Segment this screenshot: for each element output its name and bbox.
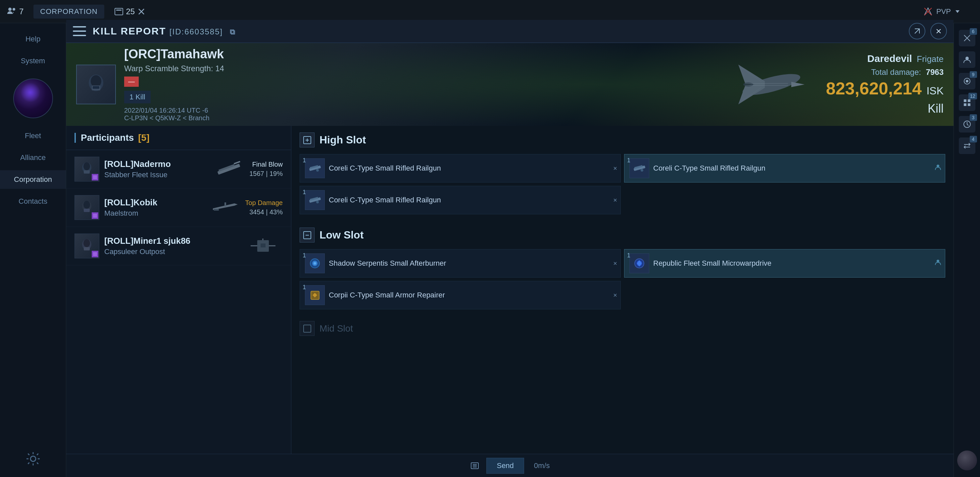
kill-location: C-LP3N < Q5KW-Z < Branch	[124, 114, 224, 122]
slot-item-icon	[305, 285, 325, 305]
sidebar-item-system[interactable]: System	[0, 52, 66, 70]
menu-bottom-icon[interactable]	[470, 461, 480, 471]
svg-rect-11	[968, 103, 970, 106]
modal-title: KILL REPORT [ID:6603585] ⧉	[93, 26, 236, 37]
slot-item-name: Republic Fleet Small Microwarpdrive	[653, 259, 772, 268]
modal-id: [ID:6603585]	[170, 27, 223, 36]
afterburner-icon	[307, 256, 323, 271]
kill-date: 2022/01/04 16:26:14 UTC -6	[124, 107, 224, 114]
svg-rect-16	[93, 86, 99, 89]
right-icon-arrows[interactable]: 4	[959, 137, 975, 154]
right-icon-sphere[interactable]	[957, 450, 977, 471]
copy-icon[interactable]: ⧉	[230, 28, 236, 36]
remove-button[interactable]: ×	[613, 292, 617, 299]
svg-point-7	[966, 80, 968, 82]
settings-icon[interactable]	[25, 450, 41, 467]
sidebar-item-corporation[interactable]: Corporation	[0, 170, 66, 189]
armor-rep-icon	[307, 288, 323, 303]
isk-value: 823,620,214	[826, 79, 922, 98]
outpost-svg	[249, 237, 277, 255]
chat-icon	[963, 77, 971, 85]
participant-row[interactable]: [ROLL]Miner1 sjuk86 Capsuleer Outpost	[66, 227, 291, 265]
svg-point-0	[8, 8, 11, 11]
high-slot-title: High Slot	[320, 134, 366, 146]
svg-rect-36	[84, 247, 90, 250]
send-button[interactable]: Send	[486, 458, 524, 474]
ship-class: Frigate	[917, 54, 943, 64]
slot-count: 1	[302, 189, 306, 196]
export-button[interactable]	[909, 23, 925, 40]
participant-details: [ROLL]Miner1 sjuk86 Capsuleer Outpost	[104, 236, 243, 256]
participant-avatar	[75, 157, 99, 182]
slots-icon	[114, 7, 124, 16]
user-svg	[934, 164, 942, 171]
weapon-icon	[248, 236, 278, 256]
svg-rect-33	[214, 209, 219, 211]
high-slot-section: High Slot 1 Coreli C-Type Sma	[291, 126, 953, 221]
svg-rect-8	[964, 99, 966, 102]
rank-badge	[92, 251, 98, 257]
slot-header: High Slot	[300, 132, 945, 147]
participants-title: Participants	[81, 132, 134, 143]
slot-item[interactable]: 1 Coreli C-Type Small Rifled Railgun ×	[300, 154, 621, 182]
slot-item[interactable]: 1 Republic Fleet Small Microwarpdrive	[624, 249, 945, 278]
kill-stats: Daredevil Frigate Total damage: 7963 823…	[826, 53, 943, 116]
right-icon-profile[interactable]	[959, 51, 975, 68]
sidebar-item-alliance[interactable]: Alliance	[0, 148, 66, 167]
users-indicator: 7	[6, 6, 24, 17]
svg-rect-28	[234, 161, 240, 164]
sidebar-item-contacts[interactable]: Contacts	[0, 192, 66, 211]
rifle-svg	[211, 198, 239, 217]
svg-point-14	[91, 75, 101, 87]
slot-item-name: Coreli C-Type Small Rifled Railgun	[329, 164, 441, 173]
right-icon-chat[interactable]: 9	[959, 73, 975, 89]
high-slot-items: 1 Coreli C-Type Small Rifled Railgun ×	[300, 154, 945, 214]
svg-rect-9	[968, 99, 970, 102]
bottom-actions: Send	[470, 458, 524, 474]
next-slot-label: Mid Slot	[320, 323, 353, 334]
participant-avatar	[75, 195, 99, 220]
ship-name: Daredevil	[867, 53, 912, 64]
remove-button[interactable]: ×	[613, 196, 617, 204]
slot-item[interactable]: 1 Coreli C-Type Small Rifled Railgun	[624, 154, 945, 182]
avatar	[13, 78, 53, 118]
menu-icon[interactable]	[73, 26, 86, 36]
participant-row[interactable]: [ROLL]Kobik Maelstrom Top Damage	[66, 188, 291, 227]
high-slot-icon	[300, 132, 315, 147]
close-button[interactable]: ×	[930, 23, 947, 40]
slot-count: 1	[302, 252, 306, 259]
weapon-icon	[210, 198, 240, 218]
slot-item[interactable]: 1 Shadow Serpentis Small Afterburner ×	[300, 249, 621, 278]
swords-icon	[963, 34, 971, 42]
slot-count: 1	[627, 252, 630, 259]
slot-count: 1	[302, 284, 306, 291]
grid-icon	[963, 98, 971, 107]
pvp-chevron-icon[interactable]	[954, 8, 961, 15]
participant-stats: Top Damage 3454 | 43%	[245, 199, 283, 216]
svg-point-5	[966, 57, 969, 60]
remove-button[interactable]: ×	[613, 260, 617, 267]
remove-button[interactable]: ×	[613, 164, 617, 172]
slot-item[interactable]: 1 Coreli C-Type Small Rifled Railgun ×	[300, 186, 621, 214]
slot-item-icon	[305, 158, 325, 178]
right-icon-pvp[interactable]: 6	[959, 30, 975, 46]
sidebar-item-fleet[interactable]: Fleet	[0, 126, 66, 145]
sidebar-item-help[interactable]: Help	[0, 30, 66, 48]
slot-item[interactable]: 1 Corpii C-Type Small Armor Repairer ×	[300, 281, 621, 309]
close-icon[interactable]	[137, 8, 145, 16]
right-icon-grid[interactable]: 12	[959, 94, 975, 111]
right-icon-clock[interactable]: 3	[959, 116, 975, 132]
next-slot-section: Mid Slot	[291, 316, 953, 341]
participant-row[interactable]: [ROLL]Nadermo Stabber Fleet Issue Final …	[66, 150, 291, 188]
users-icon	[6, 6, 17, 17]
svg-rect-3	[116, 10, 121, 11]
svg-point-1	[13, 8, 15, 11]
slots-indicator: 25	[114, 7, 146, 16]
corp-tab[interactable]: CORPORATION	[33, 5, 104, 19]
pilot-name: [ORC]Tamahawk	[124, 47, 224, 61]
filter-icon[interactable]	[964, 7, 974, 16]
modal-actions: ×	[909, 23, 947, 40]
speed-display: 0m/s	[534, 461, 550, 470]
railgun-svg	[216, 160, 244, 178]
modal-content: Participants [5]	[66, 126, 953, 477]
